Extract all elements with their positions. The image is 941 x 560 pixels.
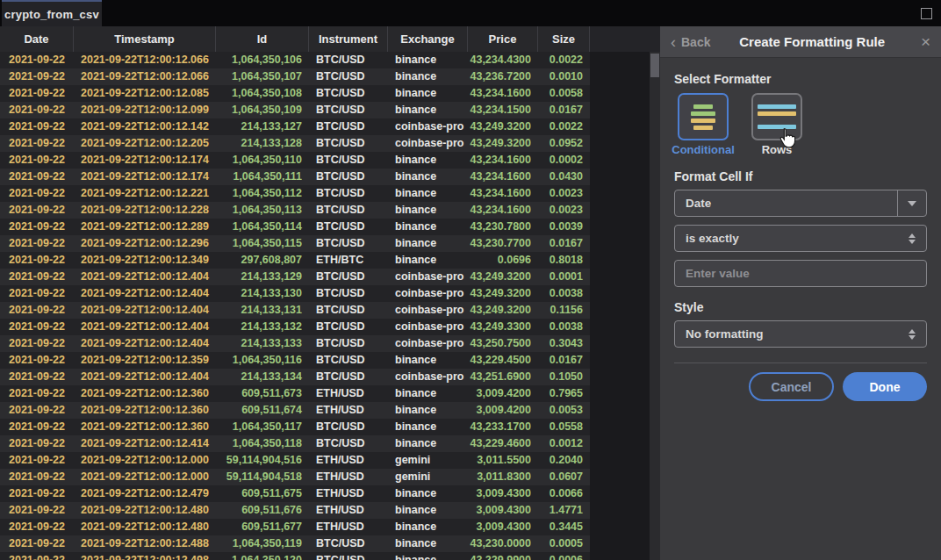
cell-size: 0.7965 [538, 385, 590, 402]
cell-price: 3,011.5500 [468, 452, 538, 469]
cell-exchange: coinbase-pro [388, 135, 468, 152]
cell-size: 0.0002 [538, 152, 590, 169]
cell-instrument: BTC/USD [309, 85, 388, 102]
dropdown-button[interactable] [897, 190, 926, 216]
cell-price: 43,234.1600 [468, 85, 538, 102]
cell-date: 2021-09-22 [0, 185, 74, 202]
conditional-formatter-icon [691, 104, 715, 130]
scrollbar-thumb[interactable] [650, 54, 659, 77]
column-header-id[interactable]: Id [216, 26, 309, 52]
cell-size: 0.0023 [538, 185, 590, 202]
tab-bar: crypto_from_csv [0, 0, 941, 26]
table-row[interactable]: 2021-09-222021-09-22T12:00:12.404214,133… [0, 335, 590, 352]
maximize-icon[interactable] [921, 8, 932, 19]
table-row[interactable]: 2021-09-222021-09-22T12:00:12.0851,064,3… [0, 85, 590, 102]
operator-select[interactable]: is exactly [674, 225, 927, 252]
tab-crypto-from-csv[interactable]: crypto_from_csv [2, 0, 102, 26]
table-row[interactable]: 2021-09-222021-09-22T12:00:12.0661,064,3… [0, 68, 590, 85]
column-header-price[interactable]: Price [468, 26, 538, 52]
column-header-exchange[interactable]: Exchange [388, 26, 468, 52]
table-row[interactable]: 2021-09-222021-09-22T12:00:12.2891,064,3… [0, 219, 590, 235]
column-select[interactable]: Date [674, 190, 927, 217]
cell-date: 2021-09-22 [0, 302, 74, 319]
close-icon[interactable]: × [921, 35, 930, 49]
select-updown-icon [909, 329, 916, 340]
table-row[interactable]: 2021-09-222021-09-22T12:00:12.142214,133… [0, 118, 590, 135]
table-row[interactable]: 2021-09-222021-09-22T12:00:12.349297,608… [0, 252, 590, 269]
cell-exchange: binance [388, 519, 468, 535]
table-row[interactable]: 2021-09-222021-09-22T12:00:12.404214,133… [0, 285, 590, 302]
column-header-size[interactable]: Size [538, 26, 590, 52]
table-row[interactable]: 2021-09-222021-09-22T12:00:12.0991,064,3… [0, 102, 590, 118]
cell-date: 2021-09-22 [0, 269, 74, 285]
cell-date: 2021-09-22 [0, 435, 74, 452]
vertical-scrollbar[interactable] [650, 52, 660, 560]
cell-date: 2021-09-22 [0, 52, 74, 68]
table-row[interactable]: 2021-09-222021-09-22T12:00:12.2961,064,3… [0, 235, 590, 252]
table-row[interactable]: 2021-09-222021-09-22T12:00:12.4881,064,3… [0, 535, 590, 552]
cell-size: 0.0022 [538, 52, 590, 68]
table-row[interactable]: 2021-09-222021-09-22T12:00:12.1741,064,3… [0, 152, 590, 169]
cell-exchange: coinbase-pro [388, 369, 468, 385]
value-input[interactable] [674, 260, 927, 287]
done-button[interactable]: Done [843, 372, 927, 401]
table-row[interactable]: 2021-09-222021-09-22T12:00:12.480609,511… [0, 519, 590, 535]
cell-exchange: binance [388, 102, 468, 118]
cell-id: 59,114,904,516 [216, 452, 309, 469]
cell-id: 1,064,350,110 [216, 152, 309, 169]
column-header-date[interactable]: Date [0, 26, 74, 52]
table-row[interactable]: 2021-09-222021-09-22T12:00:12.480609,511… [0, 502, 590, 519]
table-row[interactable]: 2021-09-222021-09-22T12:00:12.3601,064,3… [0, 419, 590, 435]
cell-timestamp: 2021-09-22T12:00:12.404 [74, 319, 216, 335]
table-row[interactable]: 2021-09-222021-09-22T12:00:12.205214,133… [0, 135, 590, 152]
column-select-value: Date [675, 197, 897, 210]
rows-card[interactable] [751, 93, 802, 140]
conditional-card[interactable] [678, 93, 729, 140]
table-row[interactable]: 2021-09-222021-09-22T12:00:12.404214,133… [0, 369, 590, 385]
table-row[interactable]: 2021-09-222021-09-22T12:00:12.360609,511… [0, 385, 590, 402]
table-row[interactable]: 2021-09-222021-09-22T12:00:12.00059,114,… [0, 469, 590, 485]
table-row[interactable]: 2021-09-222021-09-22T12:00:12.404214,133… [0, 269, 590, 285]
column-header-timestamp[interactable]: Timestamp [74, 26, 216, 52]
header-filler [590, 26, 660, 52]
table-row[interactable]: 2021-09-222021-09-22T12:00:12.0661,064,3… [0, 52, 590, 68]
table-row[interactable]: 2021-09-222021-09-22T12:00:12.360609,511… [0, 402, 590, 419]
cell-price: 43,234.1600 [468, 202, 538, 219]
cell-exchange: binance [388, 152, 468, 169]
table-row[interactable]: 2021-09-222021-09-22T12:00:12.1741,064,3… [0, 169, 590, 185]
table-row[interactable]: 2021-09-222021-09-22T12:00:12.2281,064,3… [0, 202, 590, 219]
cell-id: 609,511,674 [216, 402, 309, 419]
cell-size: 1.4771 [538, 502, 590, 519]
table-row[interactable]: 2021-09-222021-09-22T12:00:12.404214,133… [0, 319, 590, 335]
cell-price: 43,249.3200 [468, 269, 538, 285]
cell-id: 214,133,131 [216, 302, 309, 319]
cell-date: 2021-09-22 [0, 519, 74, 535]
table-row[interactable]: 2021-09-222021-09-22T12:00:12.404214,133… [0, 302, 590, 319]
cell-timestamp: 2021-09-22T12:00:12.349 [74, 252, 216, 269]
cell-id: 214,133,134 [216, 369, 309, 385]
cell-timestamp: 2021-09-22T12:00:12.404 [74, 369, 216, 385]
cell-id: 1,064,350,109 [216, 102, 309, 118]
operator-select-value: is exactly [675, 232, 909, 245]
cell-exchange: binance [388, 435, 468, 452]
cell-price: 43,230.7800 [468, 219, 538, 235]
style-select[interactable]: No formatting [674, 320, 927, 348]
cell-size: 0.0001 [538, 269, 590, 285]
cell-id: 609,511,673 [216, 385, 309, 402]
cell-exchange: binance [388, 219, 468, 235]
cell-date: 2021-09-22 [0, 535, 74, 552]
cell-instrument: BTC/USD [309, 302, 388, 319]
table-row[interactable]: 2021-09-222021-09-22T12:00:12.2211,064,3… [0, 185, 590, 202]
cell-instrument: BTC/USD [309, 419, 388, 435]
table-row[interactable]: 2021-09-222021-09-22T12:00:12.3591,064,3… [0, 352, 590, 369]
cell-exchange: gemini [388, 469, 468, 485]
format-cell-if-label: Format Cell If [674, 169, 927, 183]
table-row[interactable]: 2021-09-222021-09-22T12:00:12.00059,114,… [0, 452, 590, 469]
cell-exchange: binance [388, 552, 468, 560]
table-row[interactable]: 2021-09-222021-09-22T12:00:12.479609,511… [0, 485, 590, 502]
table-row[interactable]: 2021-09-222021-09-22T12:00:12.4141,064,3… [0, 435, 590, 452]
cancel-button[interactable]: Cancel [749, 372, 834, 401]
column-header-instrument[interactable]: Instrument [309, 26, 388, 52]
cell-instrument: BTC/USD [309, 335, 388, 352]
table-row[interactable]: 2021-09-222021-09-22T12:00:12.4981,064,3… [0, 552, 590, 560]
